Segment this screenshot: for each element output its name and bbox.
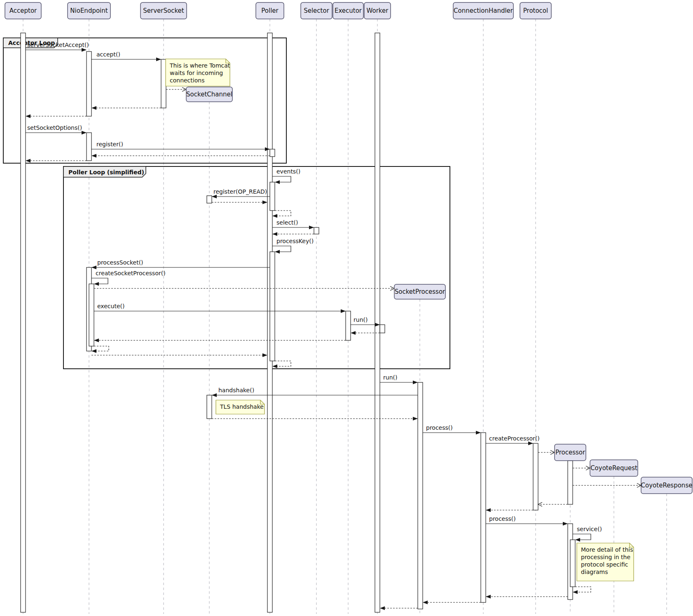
self-message-line-events — [272, 176, 291, 182]
activation-nioendpoint-3-nested — [89, 284, 94, 346]
note-text-note-accept-0: This is where Tomcat — [169, 62, 230, 69]
arrowhead-filled — [82, 131, 87, 135]
arrowhead-filled — [423, 601, 428, 604]
message-label-run-1: run() — [354, 316, 368, 323]
arrowhead-filled — [262, 354, 267, 357]
self-message-label-service: service() — [577, 526, 602, 532]
arrowhead-filled — [563, 522, 568, 526]
message-label-serverSocketAccept: serverSocketAccept() — [27, 42, 89, 48]
note-text-note-protocol-detail-1: processing in the — [581, 554, 630, 560]
arrowhead-filled — [94, 339, 99, 342]
self-message-label-processKey: processKey() — [276, 238, 314, 244]
activation-selector-select — [314, 227, 319, 234]
arrowhead-filled — [275, 180, 280, 184]
arrowhead-filled — [212, 393, 217, 397]
message-label-run-2: run() — [383, 374, 397, 381]
arrowhead-filled — [309, 226, 314, 230]
arrowhead-filled — [476, 431, 481, 435]
activation-poller-register — [270, 149, 275, 157]
arrowhead-filled — [413, 417, 418, 421]
sequence-diagram: Acceptor LoopPoller Loop (simplified)ser… — [0, 0, 693, 616]
participant-label-acceptor: Acceptor — [9, 7, 37, 14]
arrowhead-filled — [262, 201, 267, 204]
message-label-execute: execute() — [97, 303, 124, 309]
arrowhead-filled — [91, 349, 96, 353]
message-label-process-2: process() — [489, 515, 516, 522]
participant-label-socketprocessor: SocketProcessor — [395, 288, 445, 295]
activation-poller-events — [270, 182, 275, 211]
participant-label-poller: Poller — [261, 7, 279, 14]
arrowhead-filled — [156, 58, 161, 61]
note-text-note-accept-2: connections — [170, 77, 204, 84]
arrowhead-filled — [26, 115, 30, 118]
message-label-processSocket: processSocket() — [97, 259, 143, 266]
arrowhead-filled — [91, 106, 96, 110]
participant-label-socketchannel: SocketChannel — [186, 91, 232, 98]
arrowhead-filled — [575, 538, 580, 542]
self-message-line-createSocketProcessor — [91, 278, 108, 284]
arrowhead-filled — [272, 365, 277, 368]
arrowhead-filled — [212, 195, 217, 199]
activation-poller-processkey — [270, 252, 275, 361]
activation-acceptor-main — [21, 33, 26, 612]
arrowhead-filled — [91, 266, 96, 269]
activation-connectionhandler-process — [481, 433, 486, 602]
activation-worker-main — [375, 33, 380, 612]
participant-label-nioendpoint: NioEndpoint — [70, 7, 108, 14]
activation-processor-create — [568, 461, 573, 504]
arrowhead-filled — [272, 214, 277, 218]
activation-protocol-createprocessor — [533, 443, 538, 510]
frame-acceptor-loop — [3, 38, 286, 163]
participant-label-selector: Selector — [304, 7, 329, 14]
activation-nioendpoint-1 — [87, 52, 91, 116]
participant-label-serversocket: ServerSocket — [143, 7, 184, 14]
arrowhead-filled — [351, 331, 356, 335]
arrowhead-filled — [486, 508, 491, 512]
note-text-note-protocol-detail-2: protocol specific — [581, 561, 628, 568]
message-label-process-1: process() — [426, 424, 453, 431]
participant-label-connectionhandler: ConnectionHandler — [454, 7, 513, 14]
arrowhead-filled — [413, 381, 418, 384]
activation-processor-service-nested — [570, 540, 575, 587]
arrowhead-filled — [82, 48, 87, 52]
arrowhead-filled — [275, 250, 280, 254]
message-label-register: register() — [96, 141, 123, 148]
activation-socketchannel-handshake — [207, 395, 212, 419]
arrowhead-filled — [91, 154, 96, 158]
note-text-note-accept-1: waits for incoming — [170, 70, 223, 76]
activation-worker-run — [380, 325, 385, 333]
arrowhead-filled — [94, 282, 99, 286]
activation-socketprocessor-run — [418, 382, 423, 609]
participant-label-protocol: Protocol — [523, 7, 548, 14]
note-text-note-protocol-detail-3: diagrams — [581, 569, 608, 575]
participant-label-coyoteresponse: CoyoteResponse — [641, 482, 693, 489]
arrowhead-filled — [26, 159, 30, 163]
arrowhead-filled — [272, 232, 277, 236]
self-message-line-processKey — [272, 246, 291, 252]
message-label-createProcessor: createProcessor() — [489, 435, 540, 442]
arrowhead-filled — [528, 442, 533, 445]
activation-serversocket-1 — [161, 59, 166, 108]
activation-nioendpoint-2 — [87, 133, 91, 161]
participant-label-coyoterequest: CoyoteRequest — [590, 464, 637, 472]
arrowhead-filled — [573, 590, 578, 594]
arrowhead-filled — [380, 607, 385, 610]
participant-label-worker: Worker — [367, 7, 389, 14]
arrowhead-filled — [341, 309, 346, 313]
message-label-setSocketOptions: setSocketOptions() — [27, 124, 82, 131]
note-text-note-tls-0: TLS handshake — [220, 403, 264, 410]
self-message-label-createSocketProcessor: createSocketProcessor() — [96, 270, 166, 276]
note-text-note-protocol-detail-0: More detail of this — [581, 546, 633, 553]
message-label-accept: accept() — [96, 51, 120, 58]
participant-label-executor: Executor — [335, 7, 362, 14]
message-label-handshake: handshake() — [218, 387, 254, 393]
message-label-register-op-read: register(OP_READ) — [213, 188, 267, 195]
frame-label-poller-loop: Poller Loop (simplified) — [68, 169, 144, 176]
self-message-label-events: events() — [276, 168, 300, 175]
participant-label-processor: Processor — [555, 449, 585, 456]
self-message-line-service — [573, 534, 591, 540]
activation-socketchannel-register — [207, 196, 212, 203]
activation-executor-execute — [346, 311, 351, 340]
message-label-select: select() — [276, 219, 298, 226]
sequence-diagram-canvas: Acceptor LoopPoller Loop (simplified)ser… — [0, 0, 693, 616]
